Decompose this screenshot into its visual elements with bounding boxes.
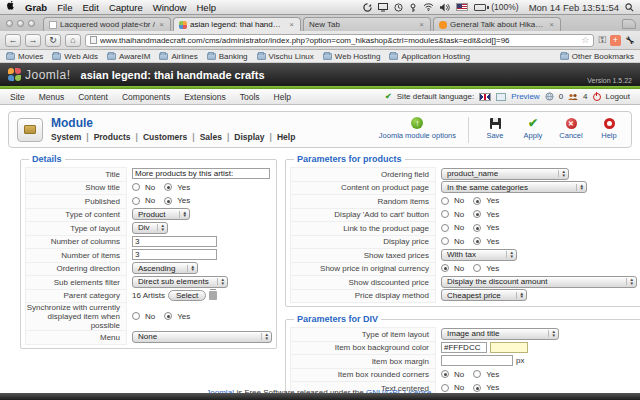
window-close-button[interactable] xyxy=(6,20,13,27)
display-icon[interactable] xyxy=(378,3,388,12)
bookmark-item[interactable]: Movies xyxy=(6,52,43,61)
bookmark-item[interactable]: Banking xyxy=(207,52,248,61)
joomla-menu-site[interactable]: Site xyxy=(10,92,25,102)
joomla-menu-menus[interactable]: Menus xyxy=(39,92,65,102)
submenu-products[interactable]: Products xyxy=(89,132,136,142)
color-swatch[interactable] xyxy=(490,342,528,353)
back-button[interactable]: ← xyxy=(5,34,21,47)
show-price-original-currency-radio-no[interactable] xyxy=(441,264,449,272)
content-on-product-page-select[interactable]: In the same categories▲▼ xyxy=(441,181,587,193)
show-discounted-price-select[interactable]: Display the discount amount▲▼ xyxy=(441,276,637,288)
reload-button[interactable]: ↻ xyxy=(45,34,61,47)
item-box-rounded-corners-radio-yes[interactable] xyxy=(473,370,481,378)
price-display-method-select[interactable]: Cheapest price▲▼ xyxy=(441,289,527,301)
display-add-to-cart-radio-yes[interactable] xyxy=(473,210,481,218)
link-to-product-page-radio-no[interactable] xyxy=(441,224,449,232)
address-bar[interactable]: www.thaihandmadecraft.com/cms/administra… xyxy=(85,34,594,47)
mac-menu-help[interactable]: Help xyxy=(196,2,216,13)
published-radio-no[interactable] xyxy=(132,197,140,205)
mac-menu-edit[interactable]: Edit xyxy=(83,2,99,13)
wrench-menu-icon[interactable]: 🔧︎ xyxy=(625,35,635,46)
display-price-radio-no[interactable] xyxy=(441,237,449,245)
display-add-to-cart-radio-no[interactable] xyxy=(441,210,449,218)
home-button[interactable]: ⌂ xyxy=(65,34,81,47)
submenu-help[interactable]: Help xyxy=(272,132,300,142)
show-price-original-currency-radio-yes[interactable] xyxy=(473,264,481,272)
browser-tab[interactable]: Lacquered wood plate<br /× xyxy=(43,17,171,31)
synchronize-radio-yes[interactable] xyxy=(164,312,172,320)
number-of-columns-input[interactable] xyxy=(132,236,217,247)
forward-button[interactable]: → xyxy=(25,34,41,47)
mac-menu-window[interactable]: Window xyxy=(153,2,187,13)
input-language-flag-icon[interactable] xyxy=(456,3,468,11)
link-to-product-page-radio-yes[interactable] xyxy=(473,224,481,232)
tab-close-icon[interactable]: × xyxy=(418,20,425,29)
apply-button[interactable]: ✔Apply xyxy=(519,117,547,140)
browser-tab[interactable]: asian legend: thai handmad× xyxy=(173,17,301,31)
bookmark-item[interactable]: Airlines xyxy=(159,52,197,61)
item-box-background-color-input[interactable] xyxy=(441,342,487,353)
item-box-margin-input[interactable] xyxy=(441,355,513,366)
tab-close-icon[interactable]: × xyxy=(548,20,555,29)
random-items-radio-no[interactable] xyxy=(441,197,449,205)
browser-tab[interactable]: General Talk about HikaSho× xyxy=(433,17,561,31)
item-box-rounded-corners-radio-no[interactable] xyxy=(441,370,449,378)
bookmark-item[interactable]: Application Hosting xyxy=(389,52,469,61)
display-price-radio-yes[interactable] xyxy=(473,237,481,245)
save-button[interactable]: Save xyxy=(481,117,509,140)
submenu-system[interactable]: System xyxy=(51,132,86,142)
mac-menu-grab[interactable]: Grab xyxy=(25,2,47,13)
synchronize-radio-no[interactable] xyxy=(132,312,140,320)
type-of-item-layout-select[interactable]: Image and title▲▼ xyxy=(441,328,559,340)
submenu-display[interactable]: Display xyxy=(229,132,269,142)
spotlight-icon[interactable] xyxy=(625,3,634,12)
ordering-direction-select[interactable]: Ascending▲▼ xyxy=(132,262,198,274)
published-radio-yes[interactable] xyxy=(164,197,172,205)
ordering-field-select[interactable]: product_name▲▼ xyxy=(441,168,569,180)
new-tab-button[interactable] xyxy=(622,19,636,29)
sync-icon[interactable] xyxy=(363,3,372,12)
joomla-menu-content[interactable]: Content xyxy=(78,92,108,102)
logout-link[interactable]: Logout xyxy=(606,92,630,101)
type-of-content-select[interactable]: Product▲▼ xyxy=(132,208,190,220)
module-options-button[interactable]: ↑Joomla module options xyxy=(379,117,456,140)
key-extension-icon[interactable]: ⚿ xyxy=(598,34,606,46)
battery-icon[interactable]: (100%) xyxy=(474,2,518,12)
keychain-icon[interactable] xyxy=(409,3,417,12)
volume-icon[interactable] xyxy=(440,3,450,12)
joomla-menu-tools[interactable]: Tools xyxy=(240,92,260,102)
mac-menu-file[interactable]: File xyxy=(57,2,72,13)
tab-close-icon[interactable]: × xyxy=(158,20,165,29)
mac-menu-capture[interactable]: Capture xyxy=(109,2,143,13)
bookmark-item[interactable]: Web Hosting xyxy=(323,52,381,61)
sub-elements-filter-select[interactable]: Direct sub elements▲▼ xyxy=(132,276,228,288)
joomla-menu-help[interactable]: Help xyxy=(274,92,291,102)
joomla-menu-components[interactable]: Components xyxy=(122,92,170,102)
submenu-sales[interactable]: Sales xyxy=(195,132,227,142)
show-taxed-prices-select[interactable]: With tax▲▼ xyxy=(441,249,517,261)
title-input[interactable] xyxy=(132,168,270,179)
show-title-radio-yes[interactable] xyxy=(164,183,172,191)
clock-icon[interactable] xyxy=(394,3,403,12)
orange-extension-icon[interactable]: + xyxy=(610,35,621,46)
joomla-menu-extensions[interactable]: Extensions xyxy=(184,92,226,102)
page-security-icon[interactable] xyxy=(90,36,97,44)
bookmark-star-icon[interactable]: ☆ xyxy=(581,35,589,45)
window-minimize-button[interactable] xyxy=(17,20,24,27)
tab-close-icon[interactable]: × xyxy=(288,20,295,29)
clear-category-icon[interactable] xyxy=(209,291,217,300)
number-of-items-input[interactable] xyxy=(132,249,217,260)
menu-select[interactable]: None▲▼ xyxy=(132,331,272,343)
cancel-button[interactable]: ✕Cancel xyxy=(557,117,585,140)
wifi-icon[interactable] xyxy=(423,3,434,11)
window-zoom-button[interactable] xyxy=(28,20,35,27)
type-of-layout-select[interactable]: Div▲▼ xyxy=(132,222,168,234)
select-category-button[interactable]: Select xyxy=(168,290,206,301)
bookmark-item[interactable]: Web Aids xyxy=(52,52,98,61)
apple-icon[interactable] xyxy=(6,1,17,14)
help-button[interactable]: Help xyxy=(595,117,623,140)
bookmark-item[interactable]: AwareIM xyxy=(107,52,150,61)
preview-link[interactable]: Preview xyxy=(511,92,539,101)
bookmark-item[interactable]: Vischu Linux xyxy=(257,52,314,61)
other-bookmarks[interactable]: Other Bookmarks xyxy=(560,52,634,61)
